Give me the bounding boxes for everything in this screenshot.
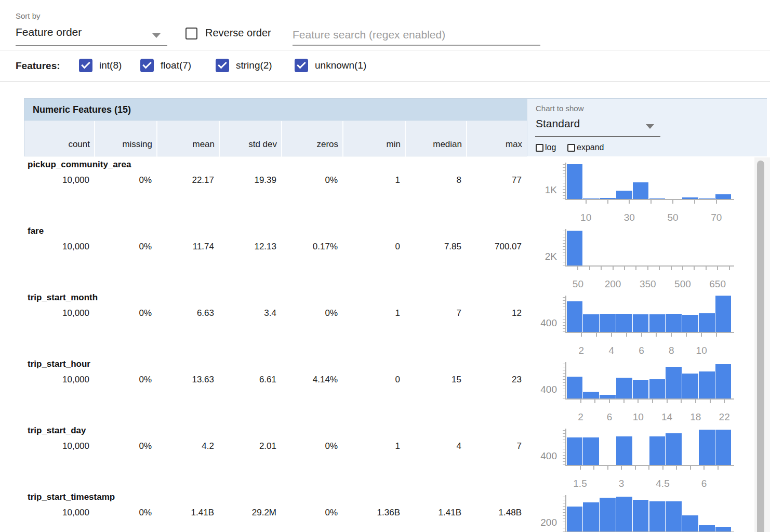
column-header-row: countmissingmeanstd devzerosminmedianmax <box>24 121 527 156</box>
y-axis-tick <box>563 231 565 231</box>
histogram-bar[interactable] <box>616 378 632 398</box>
reverse-order-checkbox[interactable] <box>185 28 197 39</box>
vertical-scrollbar[interactable] <box>754 157 770 532</box>
histogram-bar[interactable] <box>567 377 583 398</box>
histogram-bar[interactable] <box>715 296 732 332</box>
histogram-plot[interactable] <box>566 495 732 531</box>
histogram-plot[interactable]: 50200350500650 <box>566 229 732 265</box>
x-axis-tick <box>577 267 578 270</box>
table-title-bar: Numeric Features (15) <box>24 99 527 121</box>
histogram-bar[interactable] <box>666 367 682 398</box>
histogram-bar[interactable] <box>699 371 715 398</box>
histogram-bar[interactable] <box>649 436 666 465</box>
histogram-bar[interactable] <box>715 527 732 531</box>
feature-search-input[interactable] <box>293 25 540 46</box>
histogram-bar[interactable] <box>699 430 715 465</box>
checked-checkbox[interactable] <box>140 59 154 72</box>
histogram-bar[interactable] <box>583 502 599 531</box>
histogram-bar[interactable] <box>583 314 599 332</box>
histogram-x-axis <box>565 265 734 267</box>
histogram-bar[interactable] <box>633 314 649 332</box>
histogram-plot[interactable]: 10305070 <box>566 163 732 199</box>
stat-cell: 0 <box>342 374 404 385</box>
scrollbar-thumb[interactable] <box>757 161 764 532</box>
feature-histogram[interactable]: 1K10305070 <box>536 162 762 225</box>
histogram-plot[interactable]: 1.534.56 <box>566 429 732 465</box>
histogram-bar[interactable] <box>583 437 599 465</box>
histogram-bar[interactable] <box>666 314 682 332</box>
histogram-bar[interactable] <box>567 164 583 199</box>
histogram-bar[interactable] <box>567 507 583 531</box>
feature-histogram[interactable]: 400246810 <box>536 295 762 358</box>
chart-controls-panel: Chart to show Standard log expand <box>527 99 767 156</box>
histogram-bar[interactable] <box>649 314 666 332</box>
histogram-bar[interactable] <box>567 231 583 265</box>
histogram-bar[interactable] <box>649 379 666 398</box>
stat-cell: 0% <box>94 308 156 319</box>
expand-checkbox[interactable] <box>567 144 575 152</box>
x-axis-tick <box>589 267 590 270</box>
histogram-bar[interactable] <box>583 392 599 398</box>
stat-cell: 7 <box>404 308 466 319</box>
stat-cell: 0% <box>281 175 342 186</box>
histogram-bar[interactable] <box>715 194 732 199</box>
histogram-bar[interactable] <box>666 433 682 465</box>
column-header: min <box>342 121 405 156</box>
feature-histogram[interactable]: 2K50200350500650 <box>536 228 762 291</box>
chevron-down-icon <box>152 33 161 38</box>
column-header: zeros <box>281 121 342 156</box>
histogram-bar[interactable] <box>633 380 649 398</box>
x-axis-tick <box>716 333 717 337</box>
x-axis-tick <box>682 267 683 270</box>
histogram-bar[interactable] <box>682 515 698 531</box>
histogram-bar[interactable] <box>666 501 682 531</box>
histogram-bar[interactable] <box>682 315 698 332</box>
chart-type-select[interactable]: Standard <box>536 117 660 135</box>
histogram-bar[interactable] <box>699 525 715 531</box>
histogram-bar[interactable] <box>649 501 666 531</box>
stat-cell: 1.48B <box>466 507 526 518</box>
histogram-plot[interactable]: 246810 <box>566 296 732 332</box>
y-axis-tick <box>563 310 565 310</box>
checked-checkbox[interactable] <box>79 59 92 72</box>
x-axis-tick <box>647 267 648 270</box>
feature-histogram[interactable]: 4001.534.56 <box>536 428 762 491</box>
histogram-bar[interactable] <box>633 182 649 199</box>
histogram-bar[interactable] <box>633 500 649 531</box>
histogram-bar[interactable] <box>567 437 583 465</box>
feature-row: pickup_community_area10,0000%22.1719.390… <box>24 158 767 225</box>
histogram-bar[interactable] <box>600 314 616 332</box>
histogram-bar[interactable] <box>600 498 616 531</box>
feature-type-label: string(2) <box>236 60 272 71</box>
y-axis-tick <box>563 240 565 241</box>
log-checkbox[interactable] <box>536 144 543 152</box>
x-axis-tick <box>638 400 639 403</box>
y-axis-tick <box>563 256 565 256</box>
histogram-bar[interactable] <box>715 364 732 398</box>
feature-type-filter: int(8) <box>79 59 122 72</box>
histogram-bar[interactable] <box>616 497 632 531</box>
y-axis-tick <box>563 164 565 165</box>
checked-checkbox[interactable] <box>295 59 308 72</box>
histogram-bar[interactable] <box>616 191 632 199</box>
feature-stats-row: 10,0000%1.41B29.2M0%1.36B1.41B1.48B <box>24 507 526 518</box>
histogram-bar[interactable] <box>600 395 616 398</box>
y-axis-tick <box>563 189 565 190</box>
histogram-bar[interactable] <box>616 314 632 332</box>
feature-type-label: int(8) <box>99 60 122 71</box>
feature-histogram[interactable]: 4002610141822 <box>536 361 762 424</box>
histogram-bar[interactable] <box>567 301 583 332</box>
checked-checkbox[interactable] <box>216 59 229 72</box>
histogram-bar[interactable] <box>616 436 632 465</box>
histogram-plot[interactable]: 2610141822 <box>566 362 732 398</box>
stat-cell: 1 <box>342 441 404 452</box>
chart-type-underline <box>535 136 660 137</box>
histogram-bar[interactable] <box>715 430 732 465</box>
stat-cell: 1.41B <box>156 507 218 518</box>
sort-by-select[interactable]: Feature order <box>16 26 167 46</box>
histogram-bar[interactable] <box>699 313 715 332</box>
chart-to-show-label: Chart to show <box>536 104 584 113</box>
stat-cell: 1 <box>342 308 404 319</box>
histogram-bar[interactable] <box>682 374 698 398</box>
feature-histogram[interactable]: 200 <box>536 494 762 532</box>
